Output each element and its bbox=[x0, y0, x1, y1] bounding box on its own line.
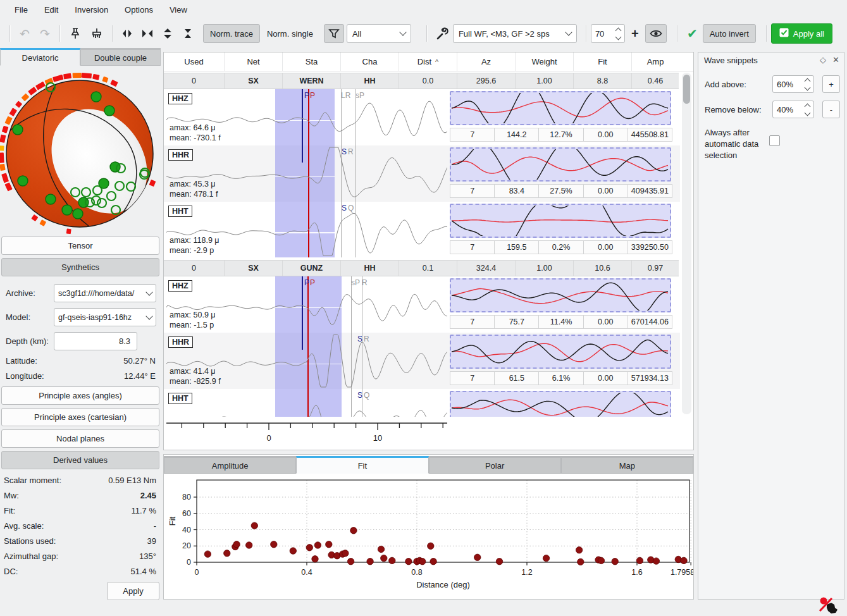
filter-toggle[interactable] bbox=[324, 24, 344, 43]
beachball-plot[interactable] bbox=[0, 66, 161, 236]
station-row[interactable]: 0 SX WERN HH 0.0 295.6 1.00 8.8 0.46 bbox=[164, 73, 679, 89]
col-dist[interactable]: Dist^ bbox=[399, 52, 457, 71]
menu-inversion[interactable]: Inversion bbox=[68, 3, 115, 17]
stations-used-label: Stations used: bbox=[4, 536, 56, 546]
filter-select[interactable]: All bbox=[347, 24, 411, 43]
menu-file[interactable]: File bbox=[8, 3, 35, 17]
channel-trace-hhr[interactable]: SR HHR amax: 41.4 μ mean: -825.9 f 7 61.… bbox=[164, 333, 680, 389]
remove-snippets-button[interactable]: - bbox=[822, 101, 840, 118]
expand-horizontal-button[interactable] bbox=[117, 24, 137, 43]
fit-distance-scatter-plot: 00.40.81.21.61.7958020406080FitDistance … bbox=[164, 475, 693, 599]
apply-all-button[interactable]: Apply all bbox=[771, 23, 832, 44]
col-net[interactable]: Net bbox=[225, 52, 283, 71]
snr-value: 70 bbox=[595, 29, 612, 39]
nodal-planes-button[interactable]: Nodal planes bbox=[1, 429, 159, 448]
add-above-label: Add above: bbox=[705, 80, 746, 89]
derived-values-label: Derived values bbox=[53, 455, 108, 465]
fit-snippet-box[interactable] bbox=[450, 204, 671, 238]
col-sta[interactable]: Sta bbox=[283, 52, 341, 71]
apply-button[interactable]: Apply bbox=[107, 582, 159, 600]
tab-double-couple[interactable]: Double couple bbox=[80, 48, 161, 66]
tab-map[interactable]: Map bbox=[561, 456, 693, 474]
close-dock-icon[interactable]: ✕ bbox=[832, 55, 839, 65]
redo-icon: ↷ bbox=[40, 27, 50, 41]
add-snippets-button[interactable]: + bbox=[822, 75, 840, 93]
fit-snippet-box[interactable] bbox=[450, 91, 671, 125]
channel-trace-hhr[interactable]: SR HHR amax: 45.3 μ mean: 478.1 f 7 83.4… bbox=[164, 145, 680, 202]
remove-below-spinbox[interactable]: 40% bbox=[772, 101, 814, 118]
expand-vertical-button[interactable] bbox=[158, 24, 178, 43]
col-amp[interactable]: Amp bbox=[632, 52, 679, 71]
tab-amplitude[interactable]: Amplitude bbox=[164, 456, 296, 474]
archive-select[interactable]: sc3gf1d:///home/data/ bbox=[54, 284, 156, 302]
remove-below-value: 40% bbox=[777, 105, 801, 114]
add-above-spinbox[interactable]: 60% bbox=[772, 75, 814, 93]
redo-button[interactable]: ↷ bbox=[35, 24, 55, 43]
spinbox-arrows-icon[interactable] bbox=[805, 79, 810, 90]
menu-view[interactable]: View bbox=[163, 3, 194, 17]
fit-snippet-box[interactable] bbox=[450, 391, 671, 417]
scrollbar-thumb[interactable] bbox=[683, 75, 690, 104]
col-cha[interactable]: Cha bbox=[341, 52, 399, 71]
visibility-toggle[interactable] bbox=[645, 24, 667, 43]
expand-horizontal-icon bbox=[121, 28, 133, 39]
col-fit[interactable]: Fit bbox=[574, 52, 632, 71]
connection-status-icon[interactable] bbox=[818, 596, 839, 615]
channel-trace-hhz[interactable]: PPsPR HHZ amax: 50.9 μ mean: -1.5 p 7 75… bbox=[164, 276, 680, 333]
plus-icon: + bbox=[631, 27, 639, 41]
clean-brush-button[interactable] bbox=[86, 24, 108, 43]
undo-button[interactable]: ↶ bbox=[15, 24, 35, 43]
mw-label: Mw: bbox=[4, 491, 19, 500]
channel-trace-hht[interactable]: SQ HHT bbox=[164, 389, 680, 417]
nodal-planes-label: Nodal planes bbox=[56, 434, 104, 443]
principle-axes-angles-button[interactable]: Principle axes (angles) bbox=[1, 386, 159, 405]
snr-spinbox[interactable]: 70 bbox=[591, 24, 625, 43]
dock-title: Wave snippets bbox=[704, 56, 758, 65]
always-after-checkbox[interactable] bbox=[769, 135, 780, 146]
tensor-button[interactable]: Tensor bbox=[1, 237, 159, 255]
model-select[interactable]: gf-qseis-iasp91-16hz bbox=[54, 308, 156, 326]
compress-horizontal-button[interactable] bbox=[137, 24, 158, 43]
tab-fit[interactable]: Fit bbox=[296, 456, 428, 474]
spinbox-arrows-icon[interactable] bbox=[805, 104, 810, 115]
avg-scale-label: Avg. scale: bbox=[4, 521, 44, 531]
spinbox-arrows-icon[interactable] bbox=[616, 28, 621, 39]
avg-scale-value: - bbox=[154, 521, 156, 531]
channel-trace-hhz[interactable]: PPLRsP HHZ amax: 64.6 μ mean: -730.1 f 7… bbox=[164, 89, 680, 145]
channel-amax: amax: 45.3 μ bbox=[170, 180, 216, 188]
float-dock-icon[interactable]: ◇ bbox=[820, 55, 826, 65]
add-threshold-button[interactable]: + bbox=[625, 24, 645, 43]
auto-invert-button[interactable]: Auto invert bbox=[703, 24, 756, 43]
waveform-scrollbar[interactable] bbox=[682, 73, 691, 414]
fit-snippet-box[interactable] bbox=[450, 278, 671, 312]
menu-options[interactable]: Options bbox=[118, 3, 160, 17]
channel-label: HHZ bbox=[168, 93, 192, 104]
norm-single-toggle[interactable]: Norm. single bbox=[260, 24, 320, 43]
principle-axes-cartesian-button[interactable]: Principle axes (cartesian) bbox=[1, 408, 159, 426]
channel-label: HHZ bbox=[168, 280, 192, 292]
station-row[interactable]: 0 SX GUNZ HH 0.1 324.4 1.00 10.6 0.97 bbox=[164, 260, 679, 276]
snippet-count: 7 bbox=[450, 371, 495, 385]
fit-snippet-box[interactable] bbox=[450, 147, 671, 182]
mw-value: 2.45 bbox=[140, 491, 156, 500]
svg-text:1.2: 1.2 bbox=[521, 568, 532, 577]
col-used[interactable]: Used bbox=[164, 52, 225, 71]
derived-values-button[interactable]: Derived values bbox=[1, 451, 159, 469]
channel-trace-hht[interactable]: SQ HHT amax: 118.9 μ mean: -2.9 p 7 159.… bbox=[164, 202, 680, 257]
expand-vertical-icon bbox=[162, 27, 173, 40]
col-weight[interactable]: Weight bbox=[516, 52, 574, 71]
synthetics-button[interactable]: Synthetics bbox=[1, 258, 159, 276]
pin-button[interactable] bbox=[65, 24, 86, 43]
menu-edit[interactable]: Edit bbox=[37, 3, 65, 17]
snippet-fit-pct: 6.1% bbox=[539, 371, 583, 385]
fit-snippet-box[interactable] bbox=[450, 335, 671, 369]
waveform-filter-select[interactable]: Full WF, <M3, GF >2 sps bbox=[453, 24, 577, 43]
compress-vertical-button[interactable] bbox=[178, 24, 198, 43]
tab-deviatoric[interactable]: Deviatoric bbox=[0, 48, 80, 66]
norm-trace-toggle[interactable]: Norm. trace bbox=[203, 24, 260, 43]
channel-label: HHT bbox=[168, 206, 192, 217]
depth-input[interactable] bbox=[54, 332, 137, 350]
col-az[interactable]: Az bbox=[457, 52, 516, 71]
processing-settings-button[interactable] bbox=[431, 24, 453, 43]
tab-polar[interactable]: Polar bbox=[429, 456, 561, 474]
